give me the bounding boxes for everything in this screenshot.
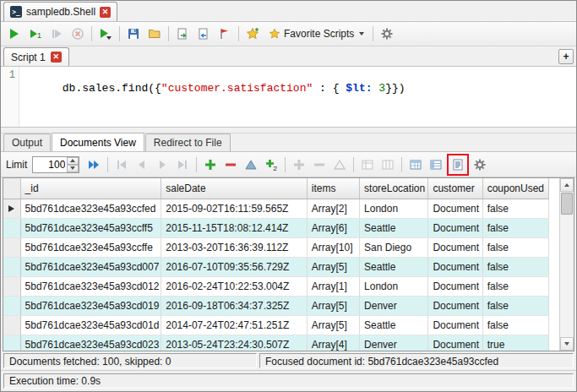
cell[interactable]: Denver [360,335,428,351]
cell[interactable]: 2015-09-02T16:11:59.565Z [161,199,308,218]
cell[interactable]: Document [428,276,482,296]
settings-button[interactable] [377,24,397,44]
table-row[interactable]: 5bd761dcae323e45a93cd0232013-05-24T23:24… [3,335,549,351]
cell[interactable]: 5bd761dcae323e45a93ccffe [20,237,161,257]
column-header[interactable]: customer [428,178,482,199]
add-favorite-button[interactable] [242,24,263,44]
edit-document-button[interactable] [242,155,260,174]
cell[interactable]: London [360,276,428,296]
table-row[interactable]: 5bd761dcae323e45a93cd0072016-07-10T09:35… [3,257,549,276]
cell[interactable]: Document [428,237,482,257]
table-row[interactable]: 5bd761dcae323e45a93ccffe2013-03-20T16:36… [3,237,549,257]
cell[interactable]: Document [428,335,482,351]
cell[interactable]: Array[6] [307,218,359,237]
delete-field-button[interactable] [310,155,329,174]
column-header[interactable]: storeLocation [360,178,428,199]
cell[interactable]: 5bd761dcae323e45a93ccfed [20,199,161,218]
tree-view-button[interactable] [427,155,445,174]
cell[interactable]: Document [428,199,482,218]
cell[interactable]: 2014-07-24T02:47:51.251Z [161,315,308,335]
scroll-up-button[interactable] [560,178,574,192]
execute-button[interactable] [4,24,24,44]
add-field-button[interactable] [290,155,308,174]
spinner-down-button[interactable] [67,165,79,172]
next-record-button[interactable] [153,155,171,174]
cell[interactable]: Document [428,257,482,276]
cell[interactable]: Seattle [360,218,428,237]
cell[interactable]: 5bd761dcae323e45a93cd012 [20,276,161,296]
tab-script-1[interactable]: Script 1 ✕ [3,47,69,66]
scrollbar-thumb[interactable] [561,193,573,215]
favorite-scripts-button[interactable]: Favorite Scripts [264,24,369,44]
cell[interactable]: Seattle [360,257,428,276]
text-view-button[interactable] [449,155,467,174]
add-document-button[interactable] [201,155,220,174]
tab-output[interactable]: Output [3,133,51,151]
scroll-down-button[interactable] [560,337,574,351]
open-script-button[interactable] [144,24,165,44]
cell[interactable]: 2013-03-20T16:36:39.112Z [161,237,308,257]
execute-current-button[interactable]: 1 [25,24,46,44]
add-script-tab-button[interactable]: + [558,49,574,64]
cell[interactable]: Array[4] [307,335,359,351]
cell[interactable]: 5bd761dcae323e45a93cd023 [20,335,161,351]
first-record-button[interactable] [112,155,131,174]
cell[interactable]: true [482,335,548,351]
column-header[interactable]: items [307,178,359,199]
cell[interactable]: false [482,276,548,296]
cell[interactable]: Array[10] [307,237,359,257]
import-script-button[interactable] [193,24,214,44]
tab-redirect-to-file[interactable]: Redirect to File [145,133,231,151]
table-row[interactable]: 5bd761dcae323e45a93cd0122016-02-24T10:22… [3,276,549,296]
cell[interactable]: Array[2] [307,199,359,218]
cell[interactable]: 2015-11-15T18:08:12.414Z [161,218,308,237]
table-row[interactable]: 5bd761dcae323e45a93ccff52015-11-15T18:08… [3,218,549,237]
cell[interactable]: Document [428,296,482,315]
insert-documents-button[interactable]: 2 [262,155,280,174]
close-script-tab-icon[interactable]: ✕ [51,52,62,63]
column-header[interactable]: couponUsed [482,178,548,199]
last-record-button[interactable] [173,155,192,174]
table-row[interactable]: 5bd761dcae323e45a93cd01d2014-07-24T02:47… [3,315,549,335]
column-header[interactable]: _id [20,178,161,199]
export-script-button[interactable] [172,24,193,44]
cell[interactable]: 5bd761dcae323e45a93cd007 [20,257,161,276]
tab-documents-view[interactable]: Documents View [52,133,144,151]
cell[interactable]: false [482,218,548,237]
expand-view-button[interactable] [358,155,377,174]
save-script-button[interactable] [123,24,144,44]
cell[interactable]: false [482,315,548,335]
tab-sampledb-shell[interactable]: >_ sampledb.Shell ✕ [3,2,117,21]
cell[interactable]: Denver [360,296,428,315]
execute-options-button[interactable] [95,24,116,44]
cell[interactable]: 2016-09-18T06:34:37.325Z [161,296,308,315]
code-area[interactable]: db.sales.find({"customer.satisfaction" :… [19,67,576,127]
cell[interactable]: 5bd761dcae323e45a93cd019 [20,296,161,315]
cell[interactable]: Array[5] [307,257,359,276]
cell[interactable]: 5bd761dcae323e45a93ccff5 [20,218,161,237]
column-view-button[interactable] [378,155,397,174]
cell[interactable]: Array[5] [307,315,359,335]
flag-button[interactable] [215,24,235,44]
close-tab-icon[interactable]: ✕ [100,7,111,18]
grid-settings-button[interactable] [471,155,489,174]
stop-button[interactable] [68,24,88,44]
cell[interactable]: 5bd761dcae323e45a93cd01d [20,315,161,335]
cell[interactable]: San Diego [360,237,428,257]
cell[interactable]: London [360,199,428,218]
fetch-next-button[interactable] [84,155,103,174]
vertical-scrollbar[interactable] [559,178,574,351]
cell[interactable]: false [482,257,548,276]
table-row[interactable]: 5bd761dcae323e45a93ccfed2015-09-02T16:11… [3,199,549,218]
cell[interactable]: false [482,199,548,218]
cell[interactable]: 2016-02-24T10:22:53.004Z [161,276,308,296]
cell[interactable]: 2013-05-24T23:24:30.507Z [161,335,308,351]
delete-document-button[interactable] [221,155,240,174]
cell[interactable]: Document [428,218,482,237]
cell[interactable]: Array[1] [307,276,359,296]
cell[interactable]: Document [428,315,482,335]
cell[interactable]: 2016-07-10T09:35:56.729Z [161,257,308,276]
edit-field-button[interactable] [330,155,349,174]
prior-record-button[interactable] [133,155,151,174]
table-row[interactable]: 5bd761dcae323e45a93cd0192016-09-18T06:34… [3,296,549,315]
